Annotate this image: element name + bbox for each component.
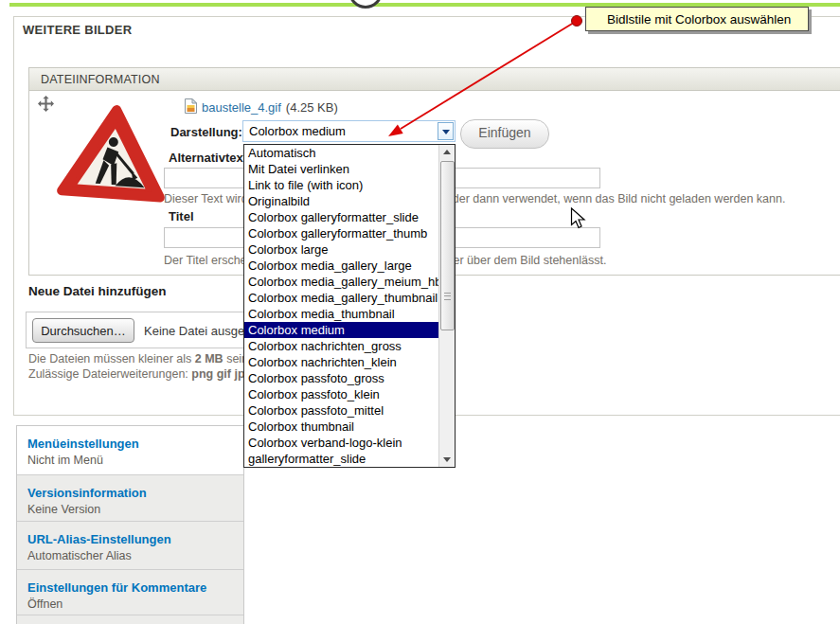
dropdown-option[interactable]: Colorbox nachrichten_gross xyxy=(244,338,438,354)
dropdown-option[interactable]: Originalbild xyxy=(244,193,438,209)
dropdown-option[interactable]: Colorbox large xyxy=(244,241,438,258)
construction-sign-image xyxy=(55,102,172,205)
file-line: baustelle_4.gif (4.25 KB) xyxy=(185,98,338,116)
dropdown-option[interactable]: Colorbox galleryformatter_thumb xyxy=(244,225,438,241)
size-hint-bold: 2 MB xyxy=(195,352,223,365)
dropdown-option[interactable]: Mit Datei verlinken xyxy=(244,161,438,177)
file-name-link[interactable]: baustelle_4.gif xyxy=(202,100,281,115)
vertical-tab-summary: Nicht im Menü xyxy=(27,454,243,467)
dropdown-option[interactable]: Colorbox galleryformatter_slide xyxy=(244,209,438,225)
dropdown-option[interactable]: Colorbox thumbnail xyxy=(244,419,438,435)
einfuegen-button[interactable]: Einfügen xyxy=(460,119,549,149)
vertical-tab-stub xyxy=(17,615,243,624)
neue-datei-heading: Neue Datei hinzufügen xyxy=(28,284,167,298)
vertical-tab-1[interactable]: MenüeinstellungenNicht im Menü xyxy=(17,426,243,474)
vertical-tab-4[interactable]: Einstellungen für KommentareÖffnen xyxy=(17,569,243,615)
scrollbar-thumb[interactable] xyxy=(440,161,455,330)
vertical-tab-summary: Automatischer Alias xyxy=(27,549,243,562)
style-select-value: Colorbox medium xyxy=(249,124,346,138)
scroll-up-button[interactable] xyxy=(439,145,455,160)
vertical-tab-2[interactable]: VersionsinformationKeine Version xyxy=(17,474,243,521)
dropdown-option[interactable]: Colorbox nachrichten_klein xyxy=(244,354,438,370)
darstellung-label: Darstellung: xyxy=(170,125,242,139)
style-dropdown-list: AutomatischMit Datei verlinkenLink to fi… xyxy=(243,144,456,468)
scroll-down-button[interactable] xyxy=(439,452,455,467)
dropdown-option[interactable]: Colorbox passfoto_klein xyxy=(244,386,438,402)
file-size-text: (4.25 KB) xyxy=(286,100,338,115)
dropdown-items: AutomatischMit Datei verlinkenLink to fi… xyxy=(244,145,438,467)
select-dropdown-arrow-button[interactable] xyxy=(438,122,454,140)
vertical-tab-summary: Öffnen xyxy=(27,597,243,611)
dateiinformation-header: DATEIINFORMATION xyxy=(28,67,840,91)
ext-hint-prefix: Zulässige Dateierweiterungen: xyxy=(28,367,191,381)
titel-label: Titel xyxy=(169,209,194,223)
dropdown-option[interactable]: Automatisch xyxy=(244,145,438,161)
gif-file-icon xyxy=(185,98,197,116)
vertical-tab-title[interactable]: Einstellungen für Kommentare xyxy=(27,580,243,595)
drag-handle-icon[interactable] xyxy=(38,96,54,112)
size-hint-prefix: Die Dateien müssen kleiner als xyxy=(28,352,195,365)
page: WEITERE BILDER DATEIINFORMATION xyxy=(0,0,840,624)
dropdown-option[interactable]: Link to file (with icon) xyxy=(244,177,438,193)
vertical-tab-title[interactable]: Versionsinformation xyxy=(27,486,243,500)
dropdown-option[interactable]: Colorbox media_gallery_meium_hb xyxy=(244,274,438,290)
vertical-tabs: MenüeinstellungenNicht im MenüVersionsin… xyxy=(16,425,244,624)
callout-tooltip: Bidlstile mit Colorbox auswählen xyxy=(585,7,809,31)
vertical-tab-3[interactable]: URL-Alias-EinstellungenAutomatischer Ali… xyxy=(17,521,243,569)
dropdown-option[interactable]: galleryformatter_slide xyxy=(244,451,438,467)
dropdown-scrollbar[interactable] xyxy=(438,145,455,467)
fieldset-title: WEITERE BILDER xyxy=(23,23,132,37)
dropdown-option[interactable]: Colorbox media_gallery_thumbnail xyxy=(244,290,438,306)
dropdown-option[interactable]: Colorbox passfoto_gross xyxy=(244,370,438,386)
durchsuchen-button[interactable]: Durchsuchen… xyxy=(32,318,134,343)
dropdown-option[interactable]: Colorbox media_gallery_large xyxy=(244,258,438,274)
dropdown-option[interactable]: Colorbox media_thumbnail xyxy=(244,306,438,322)
vertical-tab-summary: Keine Version xyxy=(27,503,243,516)
dropdown-option[interactable]: Colorbox verband-logo-klein xyxy=(244,435,438,451)
style-select[interactable]: Colorbox medium xyxy=(242,120,456,142)
dropdown-option[interactable]: Colorbox medium xyxy=(244,322,438,338)
vertical-tab-title[interactable]: URL-Alias-Einstellungen xyxy=(27,532,243,546)
file-size-hint: Die Dateien müssen kleiner als 2 MB sein… xyxy=(28,352,252,365)
alternativtext-label: Alternativtext xyxy=(169,151,247,165)
dropdown-option[interactable]: Colorbox passfoto_mittel xyxy=(244,402,438,419)
vertical-tab-title[interactable]: Menüeinstellungen xyxy=(27,437,243,451)
